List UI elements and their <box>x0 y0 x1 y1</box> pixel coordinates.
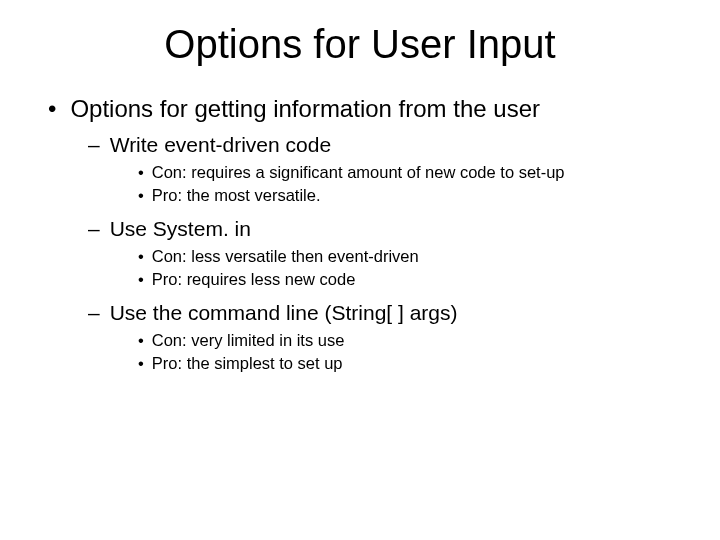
option-con: Con: less versatile then event-driven <box>152 247 419 265</box>
option-pro: Pro: requires less new code <box>152 270 356 288</box>
dash-bullet-icon: – <box>88 301 100 324</box>
bullet-level-2: –Write event-driven code <box>88 133 692 157</box>
option-group: –Write event-driven code •Con: requires … <box>28 133 692 205</box>
dash-bullet-icon: – <box>88 133 100 156</box>
bullet-level-3: •Con: requires a significant amount of n… <box>138 163 692 182</box>
dot-bullet-icon: • <box>138 186 144 204</box>
dot-bullet-icon: • <box>138 331 144 349</box>
slide-title: Options for User Input <box>28 22 692 67</box>
option-group: –Use the command line (String[ ] args) •… <box>28 301 692 373</box>
option-con: Con: requires a significant amount of ne… <box>152 163 565 181</box>
bullet-level-1: •Options for getting information from th… <box>48 95 692 123</box>
bullet-level-2: –Use the command line (String[ ] args) <box>88 301 692 325</box>
dot-bullet-icon: • <box>138 354 144 372</box>
option-pro: Pro: the simplest to set up <box>152 354 343 372</box>
bullet-level-3: •Pro: the most versatile. <box>138 186 692 205</box>
option-name: Use the command line (String[ ] args) <box>110 301 458 324</box>
bullet-level-3: •Con: very limited in its use <box>138 331 692 350</box>
disc-bullet-icon: • <box>48 95 56 122</box>
bullet-level-3: •Pro: the simplest to set up <box>138 354 692 373</box>
option-group: –Use System. in •Con: less versatile the… <box>28 217 692 289</box>
dot-bullet-icon: • <box>138 247 144 265</box>
option-con: Con: very limited in its use <box>152 331 345 349</box>
option-name: Use System. in <box>110 217 251 240</box>
dash-bullet-icon: – <box>88 217 100 240</box>
option-pro: Pro: the most versatile. <box>152 186 321 204</box>
dot-bullet-icon: • <box>138 163 144 181</box>
bullet-level-2: –Use System. in <box>88 217 692 241</box>
main-point-text: Options for getting information from the… <box>70 95 540 122</box>
dot-bullet-icon: • <box>138 270 144 288</box>
slide: Options for User Input •Options for gett… <box>0 0 720 540</box>
bullet-level-3: •Con: less versatile then event-driven <box>138 247 692 266</box>
bullet-level-3: •Pro: requires less new code <box>138 270 692 289</box>
option-name: Write event-driven code <box>110 133 331 156</box>
